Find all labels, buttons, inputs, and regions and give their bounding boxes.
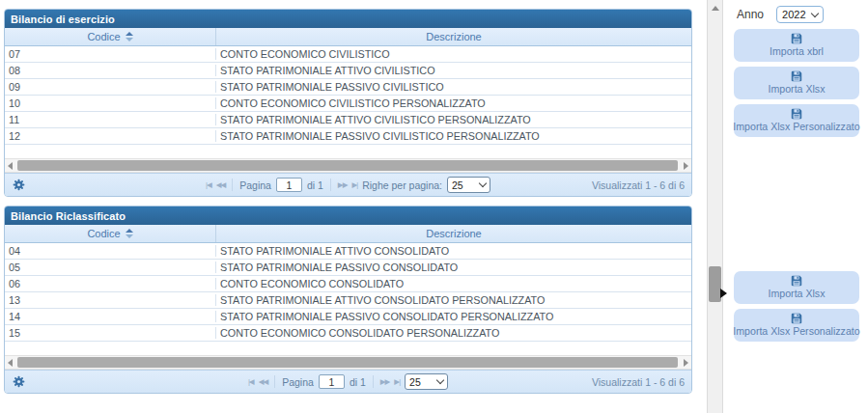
table-row[interactable]: 13 STATO PATRIMONIALE ATTIVO CONSOLIDATO… [5,292,691,309]
main-grid-area: Bilancio di esercizio Codice Descrizione… [4,9,692,394]
last-page-button[interactable]: ▶| [351,180,357,189]
floppy-disk-icon [791,275,802,287]
grid-body: 07 CONTO ECONOMICO CIVILISTICO 08 STATO … [5,46,691,145]
grid-bilancio-esercizio: Bilancio di esercizio Codice Descrizione… [4,9,692,197]
scroll-up-arrow-icon[interactable] [712,6,719,11]
grid-column-header-row: Codice Descrizione [5,28,691,46]
table-row[interactable]: 14 STATO PATRIMONIALE PASSIVO CONSOLIDAT… [5,309,691,325]
first-page-button[interactable]: |◀ [248,377,254,386]
pager-status: Visualizzati 1 - 6 di 6 [592,376,685,388]
pager-separator [330,179,331,191]
floppy-disk-icon [791,313,802,324]
cell-codice: 13 [5,294,216,306]
grid-title-bar: Bilancio di esercizio [5,10,691,28]
cell-codice: 04 [5,245,216,257]
sort-icon[interactable] [126,229,133,238]
first-page-button[interactable]: |◀ [206,180,211,189]
grid-body: 04 STATO PATRIMONIALE ATTIVO CONSOLIDATO… [5,243,691,342]
cell-descrizione: STATO PATRIMONIALE ATTIVO CIVILISTICO [216,65,691,76]
cell-descrizione: STATO PATRIMONIALE ATTIVO CIVILISTICO PE… [216,114,691,125]
chevron-down-icon [479,179,487,187]
prev-page-button[interactable]: ◀◀ [216,180,226,189]
horizontal-scrollbar[interactable] [5,355,691,370]
pager-controls: |◀ ◀◀ Pagina di 1 ▶▶ ▶| Righe per pagina… [206,177,490,193]
pager-separator [373,375,374,388]
table-row[interactable]: 05 STATO PATRIMONIALE PASSIVO CONSOLIDAT… [5,260,691,276]
import-buttons-bottom: Importa Xlsx Importa Xlsx Personalizzato [734,271,859,342]
table-row[interactable]: 15 CONTO ECONOMICO CONSOLIDATO PERSONALI… [5,325,691,342]
table-row[interactable]: 10 CONTO ECONOMICO CIVILISTICO PERSONALI… [5,96,691,112]
page-number-input[interactable] [319,374,345,389]
column-header-codice[interactable]: Codice [5,28,216,45]
floppy-disk-icon [791,33,802,44]
scroll-right-arrow-icon[interactable] [684,162,688,170]
rows-per-page-select[interactable]: 25 [447,177,490,193]
app-screen: Bilancio di esercizio Codice Descrizione… [0,0,868,413]
table-row[interactable]: 06 CONTO ECONOMICO CONSOLIDATO [5,276,691,292]
page-of-label: di 1 [350,376,366,388]
table-row[interactable]: 07 CONTO ECONOMICO CIVILISTICO [5,46,691,63]
scroll-left-arrow-icon[interactable] [8,359,13,367]
cell-codice: 07 [5,48,216,60]
gear-icon[interactable] [13,375,25,388]
grid-title: Bilancio Riclassificato [11,210,126,222]
chevron-down-icon [436,376,444,384]
vertical-scrollbar[interactable] [707,0,723,413]
cell-descrizione: STATO PATRIMONIALE PASSIVO CONSOLIDATO P… [216,311,691,322]
cell-descrizione: STATO PATRIMONIALE PASSIVO CIVILISTICO [216,81,691,93]
table-row[interactable]: 09 STATO PATRIMONIALE PASSIVO CIVILISTIC… [5,79,691,96]
table-row[interactable]: 11 STATO PATRIMONIALE ATTIVO CIVILISTICO… [5,112,691,128]
rows-per-page-select[interactable]: 25 [405,373,448,390]
cell-descrizione: STATO PATRIMONIALE PASSIVO CONSOLIDATO [216,262,691,273]
scroll-right-arrow-icon[interactable] [684,359,688,367]
year-row: Anno 2022 [737,6,868,23]
importa-xlsx-personalizzato-button-riclassificato[interactable]: Importa Xlsx Personalizzato [734,309,859,342]
cell-descrizione: CONTO ECONOMICO CIVILISTICO [216,48,691,60]
grid-title: Bilancio di esercizio [11,14,115,25]
floppy-disk-icon [791,70,802,82]
table-row[interactable]: 04 STATO PATRIMONIALE ATTIVO CONSOLIDATO [5,243,691,260]
chevron-down-icon [810,9,818,16]
cell-codice: 14 [5,311,216,322]
gear-icon[interactable] [13,179,25,191]
cell-descrizione: STATO PATRIMONIALE ATTIVO CONSOLIDATO [216,245,691,257]
year-label: Anno [737,8,764,21]
cell-descrizione: CONTO ECONOMICO CIVILISTICO PERSONALIZZA… [216,97,691,109]
last-page-button[interactable]: ▶| [394,377,400,386]
year-select[interactable]: 2022 [776,6,823,23]
next-page-button[interactable]: ▶▶ [380,377,390,386]
cell-codice: 10 [5,97,216,109]
importa-xlsx-personalizzato-button[interactable]: Importa Xlsx Personalizzato [734,104,859,137]
pager-status: Visualizzati 1 - 6 di 6 [592,179,685,191]
horizontal-scrollbar-thumb[interactable] [17,160,678,171]
page-label: Pagina [239,179,271,191]
page-label: Pagina [282,376,314,388]
page-of-label: di 1 [307,179,323,191]
grid-empty-space [5,342,691,355]
cell-descrizione: STATO PATRIMONIALE ATTIVO CONSOLIDATO PE… [216,294,691,306]
horizontal-scrollbar[interactable] [5,158,691,173]
import-sidebar: Anno 2022 Importa xbrl [730,0,868,413]
table-row[interactable]: 12 STATO PATRIMONIALE PASSIVO CIVILISTIC… [5,128,691,145]
scroll-left-arrow-icon[interactable] [8,162,13,170]
page-number-input[interactable] [276,178,302,192]
importa-xlsx-button[interactable]: Importa Xlsx [734,67,859,99]
importa-xlsx-button-riclassificato[interactable]: Importa Xlsx [734,271,859,304]
grid-pager: |◀ ◀◀ Pagina di 1 ▶▶ ▶| Righe per pagina… [5,173,691,196]
column-header-codice[interactable]: Codice [5,225,216,242]
cell-descrizione: CONTO ECONOMICO CONSOLIDATO PERSONALIZZA… [216,327,691,339]
panel-collapse-arrow-icon[interactable] [720,289,727,298]
column-header-descrizione: Descrizione [216,28,691,45]
sort-icon[interactable] [126,32,133,41]
horizontal-scrollbar-thumb[interactable] [17,357,678,368]
cell-codice: 06 [5,278,216,289]
grid-column-header-row: Codice Descrizione [5,225,691,243]
table-row[interactable]: 08 STATO PATRIMONIALE ATTIVO CIVILISTICO [5,63,691,79]
pager-separator [232,179,233,191]
cell-codice: 08 [5,65,216,76]
cell-codice: 05 [5,262,216,273]
importa-xbrl-button[interactable]: Importa xbrl [734,29,859,62]
prev-page-button[interactable]: ◀◀ [259,377,268,386]
cell-codice: 11 [5,114,216,125]
next-page-button[interactable]: ▶▶ [338,180,348,189]
